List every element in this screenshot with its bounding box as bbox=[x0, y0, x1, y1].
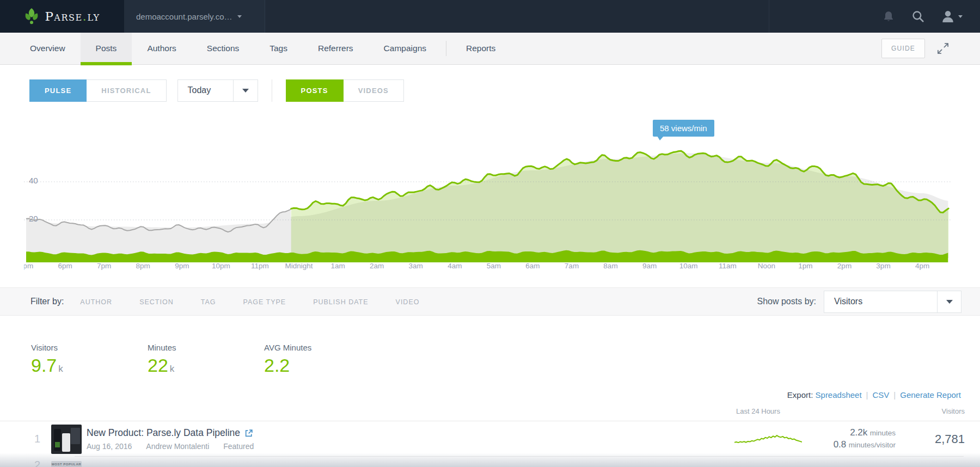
stat-visitors: Visitors9.7k bbox=[31, 343, 148, 376]
svg-text:Midnight: Midnight bbox=[285, 262, 313, 270]
svg-text:10pm: 10pm bbox=[212, 262, 230, 270]
summary-stats: Visitors9.7kMinutes22kAVG Minutes2.2 bbox=[0, 343, 980, 376]
row-minutes: 2.2k bbox=[850, 427, 867, 438]
guide-button[interactable]: GUIDE bbox=[881, 39, 925, 58]
thumbnail-art bbox=[62, 433, 70, 452]
svg-text:4pm: 4pm bbox=[915, 262, 929, 270]
parsely-leaf-icon bbox=[24, 8, 39, 25]
tab-referrers[interactable]: Referrers bbox=[303, 33, 369, 64]
row-avg-minutes: 0.8 bbox=[834, 439, 847, 450]
export-spreadsheet[interactable]: Spreadsheet bbox=[816, 390, 862, 400]
post-author[interactable]: Andrew Montalenti bbox=[146, 442, 209, 451]
tab-overview[interactable]: Overview bbox=[15, 33, 81, 64]
stat-label: Minutes bbox=[148, 343, 264, 352]
brand-wordmark: Parse.ly bbox=[45, 9, 100, 23]
chevron-down-icon bbox=[946, 300, 953, 304]
posts-button[interactable]: POSTS bbox=[286, 79, 344, 102]
date-range-select[interactable]: Today bbox=[177, 79, 258, 102]
videos-button[interactable]: VIDEOS bbox=[344, 79, 404, 102]
stat-value: 2.2 bbox=[264, 355, 290, 376]
tab-authors[interactable]: Authors bbox=[132, 33, 191, 64]
nav-divider bbox=[446, 41, 446, 56]
row-visitors-count: 2,781 bbox=[935, 432, 965, 446]
dropdown-caret-button[interactable] bbox=[937, 291, 961, 312]
chart-tooltip: 58 views/min bbox=[653, 120, 714, 137]
account-switcher[interactable]: demoaccount.parsely.co… bbox=[124, 0, 265, 33]
filter-author[interactable]: AUTHOR bbox=[80, 298, 112, 306]
parsely-logo[interactable]: Parse.ly bbox=[0, 0, 124, 33]
chart-controls: PULSE HISTORICAL Today POSTS VIDEOS bbox=[0, 65, 980, 110]
export-separator: | bbox=[866, 390, 868, 400]
tab-reports[interactable]: Reports bbox=[451, 33, 511, 64]
stat-suffix: k bbox=[58, 364, 63, 374]
chevron-down-icon bbox=[237, 15, 242, 18]
pulse-button[interactable]: PULSE bbox=[29, 79, 87, 102]
svg-text:7pm: 7pm bbox=[97, 262, 111, 270]
search-button[interactable] bbox=[911, 10, 924, 23]
posts-table-header: Last 24 Hours Visitors bbox=[0, 404, 980, 421]
content-type-toggle: POSTS VIDEOS bbox=[286, 79, 404, 102]
dropdown-caret-button[interactable] bbox=[233, 80, 258, 101]
account-name: demoaccount.parsely.co… bbox=[136, 12, 232, 21]
user-menu[interactable] bbox=[941, 9, 963, 23]
svg-text:1pm: 1pm bbox=[798, 262, 812, 270]
post-title-link[interactable]: New Product: Parse.ly Data Pipeline bbox=[87, 427, 240, 439]
svg-text:11am: 11am bbox=[719, 262, 737, 270]
filter-video[interactable]: VIDEO bbox=[396, 298, 420, 306]
topbar-divider bbox=[769, 0, 769, 33]
export-label: Export: bbox=[787, 390, 813, 400]
export-csv[interactable]: CSV bbox=[873, 390, 890, 400]
expand-fullscreen-icon[interactable] bbox=[937, 42, 949, 54]
row-sparkline bbox=[734, 429, 802, 448]
stat-value: 9.7 bbox=[31, 355, 57, 376]
post-thumbnail[interactable] bbox=[51, 425, 82, 454]
historical-button[interactable]: HISTORICAL bbox=[87, 79, 166, 102]
table-row-partial: 2 MOST POPULAR bbox=[0, 457, 980, 467]
column-header-trend: Last 24 Hours bbox=[736, 407, 780, 415]
svg-text:Noon: Noon bbox=[758, 262, 775, 270]
filter-tag[interactable]: TAG bbox=[201, 298, 216, 306]
row-rank: 2 bbox=[30, 459, 40, 467]
export-separator: | bbox=[893, 390, 896, 400]
tab-sections[interactable]: Sections bbox=[192, 33, 254, 64]
filter-page-type[interactable]: PAGE TYPE bbox=[243, 298, 286, 306]
export-generate-report[interactable]: Generate Report bbox=[900, 390, 961, 400]
svg-text:8pm: 8pm bbox=[136, 262, 150, 270]
svg-text:1am: 1am bbox=[330, 262, 345, 270]
tab-campaigns[interactable]: Campaigns bbox=[369, 33, 442, 64]
pulse-chart-section: 40205pm6pm7pm8pm9pm10pm11pmMidnight1am2a… bbox=[0, 110, 980, 279]
chevron-down-icon bbox=[958, 15, 963, 18]
nav-tabs: OverviewPostsAuthorsSectionsTagsReferrer… bbox=[15, 33, 442, 64]
pulse-chart[interactable]: 40205pm6pm7pm8pm9pm10pm11pmMidnight1am2a… bbox=[0, 110, 980, 279]
post-thumbnail[interactable]: MOST POPULAR bbox=[51, 461, 82, 467]
filter-section[interactable]: SECTION bbox=[139, 298, 174, 306]
nav-tabs-secondary: Reports bbox=[451, 33, 511, 64]
post-badge: Featured bbox=[223, 442, 254, 451]
export-row: Export: Spreadsheet|CSV|Generate Report bbox=[0, 390, 980, 400]
controls-divider bbox=[272, 79, 272, 102]
svg-text:10am: 10am bbox=[679, 262, 698, 270]
svg-text:11pm: 11pm bbox=[251, 262, 269, 270]
svg-text:6pm: 6pm bbox=[58, 262, 72, 270]
svg-text:9am: 9am bbox=[642, 262, 657, 270]
main-nav: OverviewPostsAuthorsSectionsTagsReferrer… bbox=[0, 33, 980, 65]
svg-text:20: 20 bbox=[29, 214, 38, 223]
post-date: Aug 16, 2016 bbox=[87, 442, 132, 451]
stat-label: AVG Minutes bbox=[264, 343, 381, 352]
svg-text:2am: 2am bbox=[370, 262, 384, 270]
notifications-button[interactable] bbox=[882, 10, 895, 23]
tab-posts[interactable]: Posts bbox=[81, 33, 132, 64]
svg-text:8am: 8am bbox=[603, 262, 617, 270]
filter-publish-date[interactable]: PUBLISH DATE bbox=[313, 298, 368, 306]
filter-items: AUTHORSECTIONTAGPAGE TYPEPUBLISH DATEVID… bbox=[80, 297, 446, 306]
thumbnail-art bbox=[54, 429, 61, 451]
svg-text:5am: 5am bbox=[487, 262, 501, 270]
stat-label: Visitors bbox=[31, 343, 148, 352]
svg-text:5pm: 5pm bbox=[19, 262, 33, 270]
tab-tags[interactable]: Tags bbox=[254, 33, 303, 64]
external-link-icon[interactable] bbox=[244, 429, 253, 438]
show-posts-by-select[interactable]: Visitors bbox=[824, 291, 961, 313]
top-bar: Parse.ly demoaccount.parsely.co… bbox=[0, 0, 980, 33]
show-posts-by-label: Show posts by: bbox=[757, 297, 817, 306]
svg-text:3pm: 3pm bbox=[876, 262, 890, 270]
